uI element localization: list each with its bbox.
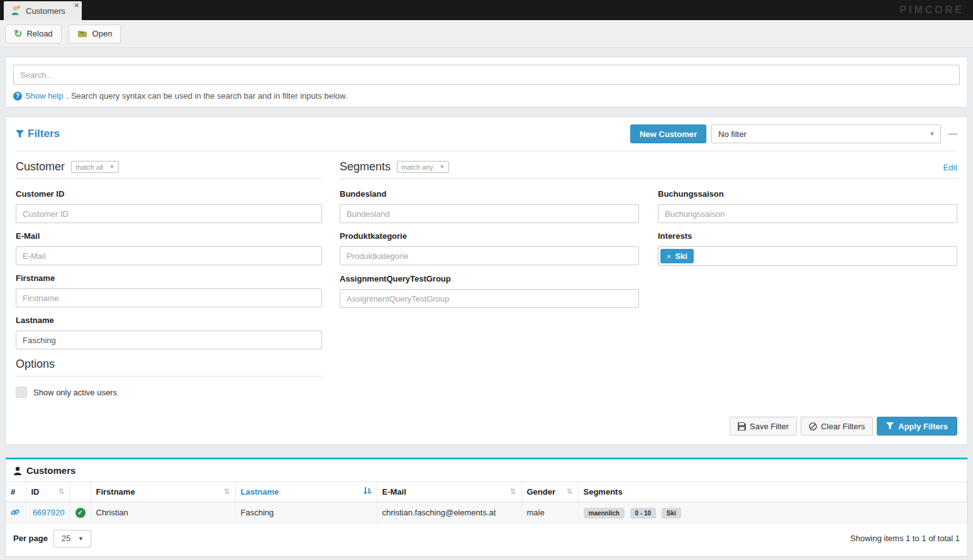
row-link-cell[interactable] bbox=[6, 502, 26, 524]
sort-active-icon[interactable] bbox=[363, 487, 372, 495]
customers-table: # ID ⇅ Firstname ⇅ Lastname E-Mai bbox=[6, 482, 967, 524]
active-users-checkbox-label: Show only active users bbox=[33, 388, 117, 397]
assignmentquerytestgroup-input[interactable] bbox=[340, 289, 639, 308]
tab-close-icon[interactable]: ✕ bbox=[74, 2, 79, 9]
filters-panel: Filters New Customer No filter ▼ — Custo… bbox=[5, 116, 968, 445]
column-header-segments: Segments bbox=[578, 482, 967, 502]
column-header-hash: # bbox=[6, 482, 26, 502]
segment-badge: maennlich bbox=[584, 508, 625, 519]
segments-section-header: Segments match any ▼ bbox=[340, 160, 957, 179]
filter-field-assignmentquerytestgroup: AssignmentQueryTestGroup bbox=[340, 274, 639, 308]
lastname-input[interactable] bbox=[16, 331, 322, 349]
filter-field-firstname: Firstname bbox=[16, 273, 322, 307]
customers-table-panel: Customers # ID ⇅ Firstname ⇅ Lastname bbox=[5, 458, 968, 557]
options-section-header: Options bbox=[16, 358, 322, 376]
row-segments: maennlich 0 - 10 Ski bbox=[578, 502, 967, 524]
reload-label: Reload bbox=[26, 29, 52, 38]
tab-label: Customers bbox=[26, 6, 65, 16]
cancel-circle-icon bbox=[809, 422, 817, 431]
search-help-text: . Search query syntax can be used in the… bbox=[67, 91, 348, 101]
top-bar: Customers ✕ PIMCORE bbox=[0, 0, 973, 20]
active-users-checkbox[interactable] bbox=[16, 387, 27, 398]
segment-badge: Ski bbox=[662, 508, 681, 519]
customer-match-select[interactable]: match all ▼ bbox=[71, 161, 119, 173]
row-status-cell: ✓ bbox=[70, 502, 91, 524]
column-header-email[interactable]: E-Mail ⇅ bbox=[377, 482, 521, 502]
active-check-icon: ✓ bbox=[75, 508, 86, 518]
table-header-row: # ID ⇅ Firstname ⇅ Lastname E-Mai bbox=[6, 482, 967, 502]
tab-customers[interactable]: Customers ✕ bbox=[4, 1, 82, 20]
email-input[interactable] bbox=[16, 246, 322, 265]
segment-badge: 0 - 10 bbox=[630, 508, 657, 519]
chevron-down-icon: ▼ bbox=[78, 535, 91, 542]
filter-field-interests: Interests × Ski bbox=[658, 231, 957, 266]
saved-filter-select[interactable]: No filter ▼ bbox=[711, 124, 941, 143]
column-header-state bbox=[70, 482, 91, 502]
row-id[interactable]: 6697920 bbox=[26, 502, 70, 524]
filters-body: Customer match all ▼ Customer ID E-Mail … bbox=[16, 160, 957, 398]
filter-field-produktkategorie: Produktkategorie bbox=[340, 231, 639, 266]
customer-id-input[interactable] bbox=[16, 204, 322, 223]
table-footer: Per page 25 ▼ Showing items 1 to 1 of to… bbox=[6, 524, 967, 556]
open-label: Open bbox=[92, 29, 113, 38]
filter-field-lastname: Lastname bbox=[16, 316, 322, 349]
saved-filter-value: No filter bbox=[712, 129, 924, 139]
search-panel: ? Show help . Search query syntax can be… bbox=[5, 57, 968, 107]
row-lastname: Fasching bbox=[235, 502, 377, 524]
new-customer-button[interactable]: New Customer bbox=[630, 124, 706, 143]
reload-icon: ↻ bbox=[14, 29, 22, 39]
customers-panel-title: Customers bbox=[26, 465, 75, 476]
customer-section-header: Customer match all ▼ bbox=[16, 160, 322, 179]
clear-filters-button[interactable]: Clear Filters bbox=[801, 417, 873, 436]
column-header-id[interactable]: ID ⇅ bbox=[26, 482, 70, 502]
filter-funnel-icon bbox=[886, 422, 894, 430]
customer-section-title: Customer bbox=[16, 160, 65, 173]
column-header-gender[interactable]: Gender ⇅ bbox=[521, 482, 578, 502]
filters-footer: Save Filter Clear Filters Apply Filters bbox=[16, 417, 957, 436]
sort-icon[interactable]: ⇅ bbox=[58, 487, 64, 496]
pimcore-logo: PIMCORE bbox=[899, 4, 964, 16]
segments-match-select[interactable]: match any ▼ bbox=[397, 161, 449, 173]
row-email: christian.fasching@elements.at bbox=[377, 502, 521, 524]
column-header-firstname[interactable]: Firstname ⇅ bbox=[91, 482, 235, 502]
interests-tag-input[interactable]: × Ski bbox=[658, 246, 957, 266]
reload-button[interactable]: ↻ Reload bbox=[5, 25, 62, 43]
sort-icon[interactable]: ⇅ bbox=[566, 487, 572, 496]
firstname-input[interactable] bbox=[16, 288, 322, 307]
chevron-down-icon[interactable]: ▼ bbox=[924, 125, 940, 143]
row-firstname: Christian bbox=[91, 502, 235, 524]
filter-field-buchungssaison: Buchungssaison bbox=[658, 189, 957, 223]
search-input[interactable] bbox=[13, 65, 960, 85]
table-row[interactable]: 6697920 ✓ Christian Fasching christian.f… bbox=[6, 502, 967, 524]
sort-icon[interactable]: ⇅ bbox=[223, 487, 230, 496]
buchungssaison-input[interactable] bbox=[658, 204, 957, 223]
bundesland-input[interactable] bbox=[340, 204, 639, 223]
show-help-link[interactable]: Show help bbox=[25, 91, 64, 101]
filter-field-customer-id: Customer ID bbox=[16, 189, 322, 223]
active-users-checkbox-row: Show only active users bbox=[16, 387, 322, 398]
segments-section-title: Segments bbox=[340, 160, 391, 173]
open-button[interactable]: Open bbox=[69, 25, 121, 43]
per-page-label: Per page bbox=[13, 534, 48, 543]
column-header-lastname[interactable]: Lastname bbox=[235, 482, 377, 502]
interest-tag-ski: × Ski bbox=[660, 249, 694, 263]
per-page-select[interactable]: 25 ▼ bbox=[53, 530, 91, 547]
options-section: Options Show only active users bbox=[16, 358, 322, 398]
help-question-icon: ? bbox=[13, 92, 22, 101]
remove-tag-icon[interactable]: × bbox=[667, 253, 670, 260]
save-filter-button[interactable]: Save Filter bbox=[730, 417, 797, 436]
open-folder-icon bbox=[77, 29, 88, 38]
apply-filters-button[interactable]: Apply Filters bbox=[877, 417, 957, 436]
options-section-title: Options bbox=[16, 358, 55, 371]
filter-field-bundesland: Bundesland bbox=[340, 189, 639, 223]
filter-funnel-icon bbox=[16, 130, 24, 138]
sort-icon[interactable]: ⇅ bbox=[509, 487, 516, 496]
customer-person-icon bbox=[10, 5, 21, 16]
open-detail-link-icon[interactable] bbox=[11, 508, 21, 517]
collapse-panel-icon[interactable]: — bbox=[948, 129, 957, 139]
produktkategorie-input[interactable] bbox=[340, 246, 639, 265]
customer-filter-column: Customer match all ▼ Customer ID E-Mail … bbox=[16, 160, 322, 398]
filters-header: Filters New Customer No filter ▼ — bbox=[16, 124, 957, 151]
per-page-control: Per page 25 ▼ bbox=[13, 530, 91, 547]
edit-segments-link[interactable]: Edit bbox=[943, 163, 957, 172]
